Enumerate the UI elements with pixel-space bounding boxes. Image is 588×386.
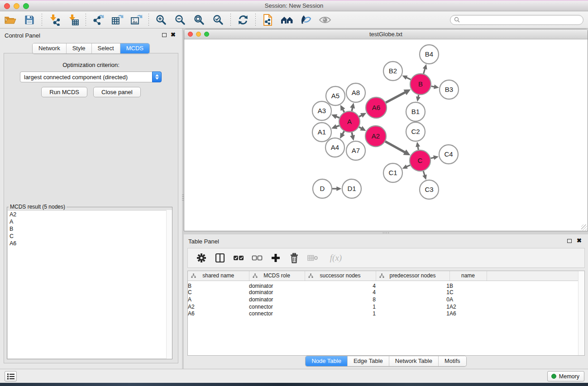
graph-edge[interactable] xyxy=(385,142,406,153)
network-graph[interactable]: B4B2BB3A5A8A6B1A3AC2A1A2A4A7C4CC1C3DD1 xyxy=(184,39,588,231)
table-row[interactable]: A6connector11A6 xyxy=(188,310,584,318)
columns-icon xyxy=(215,253,225,263)
search-icon xyxy=(454,17,460,23)
close-panel-button[interactable]: Close panel xyxy=(93,87,141,97)
unselect-all-button[interactable] xyxy=(252,252,263,264)
select-all-button[interactable] xyxy=(233,252,244,264)
graph-node-label: C2 xyxy=(411,128,420,135)
float-panel-icon[interactable] xyxy=(567,239,572,243)
result-item[interactable]: A6 xyxy=(8,240,172,247)
table-row[interactable]: Cdominator41C xyxy=(188,289,584,296)
tab-style[interactable]: Style xyxy=(67,43,92,53)
graph-node-label: A7 xyxy=(352,147,360,154)
graph-edge[interactable] xyxy=(386,92,406,102)
show-columns-button[interactable] xyxy=(215,252,225,264)
houses-icon xyxy=(280,14,294,25)
zoom-selected-button[interactable] xyxy=(209,13,228,27)
import-table-button[interactable] xyxy=(64,13,83,27)
table-scrollbar[interactable] xyxy=(578,271,584,355)
import-network-button[interactable] xyxy=(45,13,64,27)
checkboxes-checked-icon xyxy=(233,254,244,262)
zoom-out-button[interactable] xyxy=(171,13,190,27)
tab-mcds[interactable]: MCDS xyxy=(120,43,149,53)
application-window: Session: New Session xyxy=(0,0,588,386)
result-item[interactable]: A2 xyxy=(8,211,172,218)
memory-button[interactable]: Memory xyxy=(547,371,584,381)
table-row[interactable]: A2connector11A2 xyxy=(188,303,584,310)
zoom-in-button[interactable] xyxy=(152,13,171,27)
home-panels-button[interactable] xyxy=(277,13,296,27)
export-image-button[interactable] xyxy=(127,13,146,27)
column-header[interactable]: name xyxy=(449,271,487,281)
mcds-tab-content: Optimization criterion: largest connecte… xyxy=(4,53,178,363)
main-toolbar xyxy=(0,11,588,29)
criterion-dropdown[interactable]: largest connected component (directed) xyxy=(20,71,162,82)
control-panel: Control Panel ✖ NetworkStyleSelectMCDS O… xyxy=(0,29,182,369)
graph-node-label: B3 xyxy=(445,86,453,93)
export-table-icon xyxy=(111,14,124,26)
column-header[interactable]: MCDS role xyxy=(249,271,305,281)
column-type-icon xyxy=(308,273,313,278)
delete-column-button[interactable] xyxy=(289,252,300,264)
column-type-icon xyxy=(191,273,196,278)
horizontal-splitter[interactable] xyxy=(184,231,588,234)
edge-arrowhead-icon xyxy=(336,186,341,191)
tab-motifs[interactable]: Motifs xyxy=(439,356,466,366)
float-panel-icon[interactable] xyxy=(162,33,167,37)
table-panel-tabs: Node TableEdge TableNetwork TableMotifs xyxy=(305,356,466,367)
graphics-details-button[interactable] xyxy=(296,13,316,27)
column-header[interactable]: predecessor nodes xyxy=(376,271,449,281)
run-mcds-button[interactable]: Run MCDS xyxy=(41,87,87,97)
splitter-grip[interactable] xyxy=(383,232,389,234)
toolbar-separator xyxy=(230,14,231,26)
resize-handle-icon[interactable] xyxy=(581,224,587,230)
task-history-button[interactable] xyxy=(5,371,17,381)
network-file-button[interactable] xyxy=(258,13,277,27)
edge-arrowhead-icon xyxy=(422,174,427,180)
graph-node-label: A6 xyxy=(372,104,380,111)
create-column-button[interactable] xyxy=(270,252,281,264)
table-row[interactable]: Bdominator41B xyxy=(188,281,584,289)
result-item[interactable]: A xyxy=(8,218,172,225)
tab-edge-table[interactable]: Edge Table xyxy=(348,356,389,366)
column-header[interactable]: successor nodes xyxy=(305,271,376,281)
export-network-button[interactable] xyxy=(89,13,108,27)
open-session-button[interactable] xyxy=(1,13,20,27)
network-view-window: testGlobe.txt B4B2BB3A5A8A6B1A3AC2A1A2A4… xyxy=(184,29,588,231)
zoom-in-icon xyxy=(155,14,167,26)
network-window-title: testGlobe.txt xyxy=(184,31,588,38)
save-session-button[interactable] xyxy=(20,13,39,27)
graph-node-label: B4 xyxy=(425,50,433,58)
apply-layout-button[interactable] xyxy=(234,13,253,27)
close-panel-icon[interactable]: ✖ xyxy=(577,237,582,244)
tab-node-table[interactable]: Node Table xyxy=(306,356,348,366)
export-image-icon xyxy=(130,14,143,26)
toolbar-separator xyxy=(148,14,149,26)
session-title: Session: New Session xyxy=(0,2,588,9)
desktop-background xyxy=(0,383,588,386)
network-canvas[interactable]: B4B2BB3A5A8A6B1A3AC2A1A2A4A7C4CC1C3DD1 xyxy=(184,39,588,231)
birdseye-view-button[interactable] xyxy=(316,13,335,27)
tab-network-table[interactable]: Network Table xyxy=(389,356,439,366)
graph-node-label: A2 xyxy=(372,132,380,140)
tab-select[interactable]: Select xyxy=(92,43,120,53)
result-item[interactable]: C xyxy=(8,233,172,240)
result-scrollbar[interactable] xyxy=(166,210,172,359)
search-input[interactable] xyxy=(462,17,579,23)
search-box[interactable] xyxy=(450,15,583,25)
graph-node-label: A1 xyxy=(318,128,326,136)
column-header[interactable]: shared name xyxy=(188,271,249,281)
export-table-button[interactable] xyxy=(108,13,127,27)
network-window-titlebar[interactable]: testGlobe.txt xyxy=(184,29,588,39)
result-item[interactable]: B xyxy=(8,225,172,233)
graph-node-label: A8 xyxy=(352,89,360,96)
close-panel-icon[interactable]: ✖ xyxy=(171,31,176,38)
main-titlebar: Session: New Session xyxy=(0,0,588,11)
zoom-fit-button[interactable] xyxy=(190,13,209,27)
delete-table-icon xyxy=(307,254,318,262)
tab-network[interactable]: Network xyxy=(33,43,67,53)
mcds-result-list[interactable]: A2ABCA6 xyxy=(8,211,172,358)
table-row[interactable]: Adominator80A xyxy=(188,296,584,303)
table-settings-button[interactable] xyxy=(196,252,207,264)
graph-node-label: B1 xyxy=(411,108,420,115)
